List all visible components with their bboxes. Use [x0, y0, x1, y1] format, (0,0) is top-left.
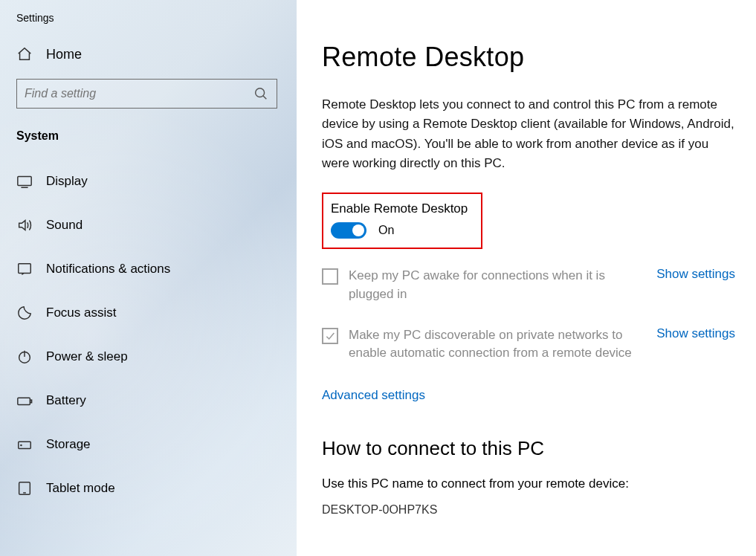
- discoverable-settings-link[interactable]: Show settings: [656, 326, 735, 341]
- notifications-icon: [16, 261, 33, 277]
- sound-icon: [16, 217, 33, 233]
- keep-awake-checkbox[interactable]: [322, 268, 338, 285]
- toggle-row: On: [331, 222, 471, 239]
- home-label: Home: [46, 47, 82, 62]
- sidebar-item-focus-assist[interactable]: Focus assist: [16, 295, 277, 331]
- sidebar-item-label: Display: [46, 174, 88, 189]
- sidebar-item-label: Sound: [46, 218, 83, 233]
- sidebar-item-display[interactable]: Display: [16, 164, 277, 199]
- intro-text: Remote Desktop lets you connect to and c…: [322, 95, 735, 173]
- focus-assist-icon: [16, 305, 33, 321]
- keep-awake-settings-link[interactable]: Show settings: [656, 267, 735, 282]
- pc-name: DESKTOP-0OHP7KS: [322, 503, 735, 517]
- svg-rect-4: [19, 264, 31, 274]
- highlight-box: Enable Remote Desktop On: [322, 193, 482, 249]
- sidebar-item-storage[interactable]: Storage: [16, 427, 277, 462]
- discoverable-checkbox[interactable]: [322, 328, 338, 344]
- search-input[interactable]: [25, 87, 253, 100]
- connect-heading: How to connect to this PC: [322, 437, 735, 460]
- home-nav[interactable]: Home: [16, 46, 277, 62]
- main-content: Remote Desktop Remote Desktop lets you c…: [297, 0, 756, 556]
- sidebar-item-battery[interactable]: Battery: [16, 383, 277, 418]
- sidebar-item-power-sleep[interactable]: Power & sleep: [16, 339, 277, 375]
- sidebar: Settings Home System Display Sound Notif…: [0, 0, 297, 556]
- battery-icon: [16, 392, 33, 409]
- display-icon: [16, 173, 33, 190]
- power-icon: [16, 349, 33, 365]
- discoverable-text: Make my PC discoverable on private netwo…: [349, 326, 639, 363]
- svg-rect-8: [30, 400, 32, 403]
- sidebar-item-label: Focus assist: [46, 306, 116, 320]
- search-icon: [253, 85, 269, 102]
- section-label: System: [16, 129, 277, 143]
- sidebar-item-tablet-mode[interactable]: Tablet mode: [16, 471, 277, 506]
- svg-line-1: [263, 96, 266, 99]
- tablet-icon: [16, 480, 33, 497]
- storage-icon: [16, 436, 33, 453]
- svg-point-0: [256, 88, 265, 97]
- sidebar-item-label: Storage: [46, 437, 91, 452]
- option-keep-awake: Keep my PC awake for connections when it…: [322, 267, 735, 303]
- toggle-state: On: [378, 224, 394, 237]
- sidebar-item-notifications[interactable]: Notifications & actions: [16, 251, 277, 287]
- home-icon: [16, 46, 33, 62]
- advanced-settings-link[interactable]: Advanced settings: [322, 388, 425, 403]
- remote-desktop-toggle[interactable]: [331, 222, 366, 239]
- svg-rect-2: [18, 177, 31, 186]
- sidebar-item-label: Notifications & actions: [46, 262, 170, 277]
- connect-text: Use this PC name to connect from your re…: [322, 476, 735, 491]
- toggle-label: Enable Remote Desktop: [331, 201, 471, 216]
- keep-awake-text: Keep my PC awake for connections when it…: [349, 267, 639, 303]
- search-input-wrapper[interactable]: [16, 79, 277, 109]
- page-title: Remote Desktop: [322, 42, 735, 73]
- app-title: Settings: [16, 12, 277, 24]
- sidebar-item-label: Power & sleep: [46, 349, 128, 364]
- svg-point-10: [21, 445, 22, 445]
- sidebar-item-sound[interactable]: Sound: [16, 207, 277, 243]
- option-discoverable: Make my PC discoverable on private netwo…: [322, 326, 735, 363]
- sidebar-item-label: Tablet mode: [46, 481, 115, 496]
- sidebar-item-label: Battery: [46, 393, 86, 408]
- svg-rect-7: [18, 398, 30, 404]
